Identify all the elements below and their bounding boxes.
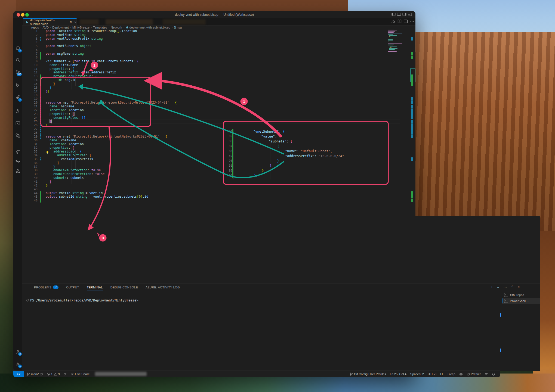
code-line-7[interactable]: 7param nsgName string [22, 52, 397, 56]
feedback-person-icon[interactable] [485, 372, 488, 376]
search-icon[interactable] [13, 55, 22, 65]
code-line-14[interactable]: 14 id: nsg.id [22, 78, 397, 82]
code-line-1[interactable]: 1param location string = resourceGroup()… [22, 29, 397, 33]
code-line-43[interactable]: 43 [22, 188, 397, 191]
breadcrumb-item[interactable]: Network [111, 26, 122, 29]
prettier-item[interactable]: Prettier [467, 372, 481, 376]
deploy-icon [63, 372, 67, 376]
code-line-5[interactable]: 5param vnetSubnets object [22, 44, 397, 48]
panel-close-icon[interactable]: × [517, 285, 520, 289]
deploy-item[interactable] [63, 372, 67, 376]
code-line-10[interactable]: 10 name: item.name [22, 63, 397, 67]
minimap[interactable] [388, 29, 403, 54]
panel-tab-terminal[interactable]: TERMINAL [87, 285, 103, 291]
source-control-icon[interactable]: 916 [13, 67, 22, 77]
panel-tab-debug-console[interactable]: DEBUG CONSOLE [110, 285, 138, 291]
feedback-robot-icon[interactable] [459, 372, 463, 376]
code-line-20[interactable]: 20resource nsg 'Microsoft.Network/networ… [22, 101, 397, 105]
notifications-bell-icon[interactable] [492, 372, 495, 376]
code-line-16[interactable]: 16 } [22, 86, 397, 90]
terminal-instance-powershell[interactable]: >_PowerShell ... [502, 298, 540, 304]
breadcrumb-item[interactable]: repos [31, 26, 39, 29]
code-line-21[interactable]: 21 name: nsgName [22, 105, 397, 108]
code-line-26[interactable]: 26} [22, 123, 397, 127]
code-line-2[interactable]: 2param vnetName string [22, 33, 397, 37]
explorer-icon[interactable]: 2 [13, 44, 22, 53]
code-line-4[interactable]: 4 [22, 41, 397, 45]
panel-tab-output[interactable]: OUTPUT [66, 285, 79, 291]
code-line-44[interactable]: 44output vnetId string = vnet.id [22, 191, 397, 195]
code-line-18[interactable]: 18 [22, 93, 397, 97]
panel-tab-problems[interactable]: PROBLEMS10 [34, 285, 58, 291]
terminal-prompt[interactable]: PS /Users/srozemuller/repos/AVD/Deployme… [30, 298, 141, 302]
bicep-file-icon [25, 20, 29, 24]
panel-tab-azure-activity-log[interactable]: AZURE: ACTIVITY LOG [146, 285, 180, 291]
indentation-item[interactable]: Spaces: 2 [410, 372, 424, 376]
open-changes-icon[interactable] [397, 19, 402, 23]
more-actions-icon[interactable] [410, 19, 414, 23]
live-share-icon[interactable] [13, 147, 22, 156]
code-line-12[interactable]: 12 addressPrefix: item.addressPrefix [22, 71, 397, 74]
code-line-17[interactable]: 17}] [22, 90, 397, 94]
code-line-9[interactable]: 9var subnets = [for item in vnetSubnets.… [22, 60, 397, 63]
toggle-sidebar-icon[interactable] [391, 13, 396, 17]
problems-item[interactable]: 1 9 [47, 372, 60, 376]
cursor-position-item[interactable]: Ln 25, Col 4 [390, 372, 406, 376]
title-bar[interactable]: deploy-vnet-with-subnet.bicep — Untitled… [13, 11, 415, 18]
code-line-8[interactable]: 8 [22, 56, 397, 60]
live-share-item[interactable]: Live Share [70, 372, 90, 376]
breadcrumb-item[interactable]: {} nsg [174, 26, 182, 29]
extensions-icon[interactable]: 7 [13, 93, 22, 102]
code-line-19[interactable]: 19 [22, 97, 397, 101]
activity-bar: 2 916 7 2 ↻ [13, 18, 22, 371]
code-line-15[interactable]: 15 } [22, 82, 397, 86]
hierarchy-icon[interactable] [13, 131, 22, 140]
code-line-24[interactable]: 24 securityRules: [] [22, 116, 397, 120]
encoding-item[interactable]: UTF-8 [428, 372, 436, 376]
terminal-view-icon[interactable] [13, 119, 22, 128]
test-beaker-icon[interactable] [13, 106, 22, 116]
toggle-panel-icon[interactable] [397, 13, 401, 17]
code-line-22[interactable]: 22 location: location [22, 108, 397, 112]
eol-item[interactable]: LF [440, 372, 444, 376]
code-line-42[interactable]: 42} [22, 184, 397, 188]
code-line-13[interactable]: 13 networkSecurityGroup: { [22, 74, 397, 78]
terraform-icon[interactable] [13, 157, 22, 166]
panel-more-icon[interactable]: ··· [504, 285, 507, 289]
settings-gear-icon[interactable]: ↻ [13, 359, 22, 369]
azure-icon[interactable] [13, 166, 22, 176]
breadcrumb-item[interactable]: Deployment [52, 26, 69, 29]
code-line-46[interactable]: 46 [22, 199, 397, 203]
toggle-secondary-sidebar-icon[interactable] [402, 13, 407, 17]
code-line-3[interactable]: 3param vnetAddressPrefix string [22, 37, 397, 41]
accounts-badge: 2 [18, 352, 22, 356]
tab-deploy-vnet-with-subnet[interactable]: deploy-vnet-with-subnet.bicep M × [23, 18, 77, 25]
git-branch-item[interactable]: main* [27, 372, 43, 376]
lightbulb-icon[interactable]: 💡 [46, 151, 49, 154]
accounts-icon[interactable]: 2 [13, 347, 22, 356]
terminal-instance-zsh[interactable]: >_zsh repos [502, 292, 540, 298]
code-line-23[interactable]: 23 properties: { [22, 112, 397, 116]
split-editor-icon[interactable] [404, 19, 408, 23]
ruler-diff-mark [411, 112, 413, 116]
terminal-icon: >_ [504, 293, 508, 297]
remote-indicator[interactable]: >< [13, 371, 24, 377]
panel-maximize-icon[interactable]: ⌃ [511, 285, 514, 289]
run-debug-icon[interactable] [13, 80, 22, 90]
git-config-profiles-item[interactable]: Git Config User Profiles [350, 372, 386, 376]
breadcrumb-item[interactable]: AVD [43, 26, 49, 29]
customize-layout-icon[interactable] [408, 13, 412, 17]
breadcrumb-item[interactable]: Templates [93, 26, 107, 29]
terminal-dropdown-icon[interactable]: ⌄ [497, 285, 500, 289]
code-line-11[interactable]: 11 properties: { [22, 67, 397, 71]
language-mode-item[interactable]: Bicep [448, 372, 455, 376]
tab-close-icon[interactable]: × [74, 20, 76, 24]
code-line-6[interactable]: 6 [22, 48, 397, 52]
status-bar: >< main* 1 9 Live Share Git Config User … [13, 371, 500, 377]
ruler-diff-mark [411, 131, 413, 135]
new-terminal-icon[interactable]: + [491, 285, 493, 289]
person-settings-icon[interactable] [391, 19, 395, 23]
code-line-45[interactable]: 45output subnetId string = vnet.properti… [22, 195, 397, 199]
breadcrumb-item[interactable]: MintyBreeze [72, 26, 90, 29]
breadcrumb-item[interactable]: deploy-vnet-with-subnet.bicep [126, 26, 170, 29]
